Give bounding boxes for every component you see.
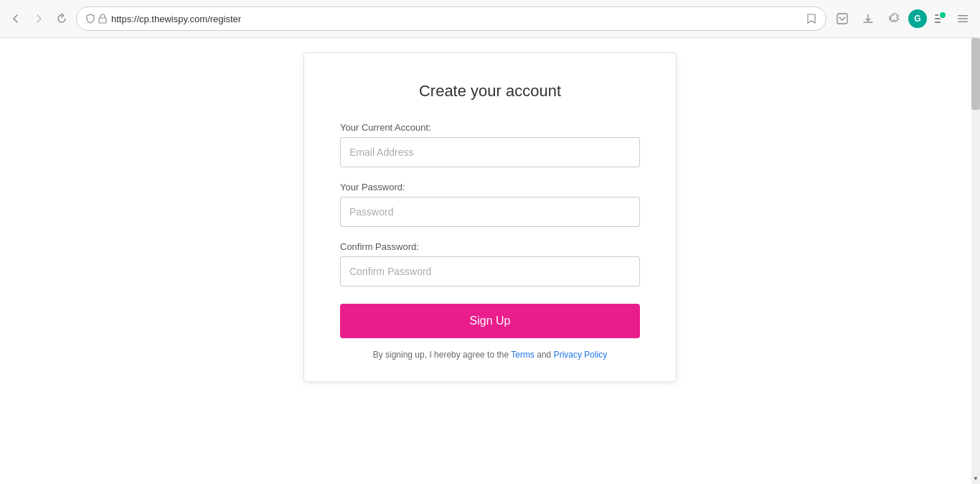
reload-button[interactable] [52, 9, 72, 29]
address-bar-actions [806, 13, 817, 24]
email-label: Your Current Account: [340, 122, 640, 133]
confirm-password-group: Confirm Password: [340, 241, 640, 287]
svg-rect-2 [935, 14, 943, 16]
email-group: Your Current Account: [340, 122, 640, 167]
terms-prefix: By signing up, I hereby agree to the [373, 350, 512, 360]
download-button[interactable] [857, 7, 880, 30]
more-menu-button[interactable] [951, 7, 974, 30]
pocket-button[interactable] [831, 7, 854, 30]
scrollbar-thumb[interactable] [971, 38, 980, 110]
page-content: Create your account Your Current Account… [0, 38, 980, 484]
svg-rect-7 [958, 22, 968, 23]
toolbar-right: G [831, 7, 974, 30]
svg-rect-1 [837, 14, 847, 24]
terms-link[interactable]: Terms [511, 350, 534, 360]
scrollbar[interactable]: ▲ ▼ [971, 38, 980, 484]
svg-rect-3 [935, 18, 943, 19]
svg-rect-0 [99, 18, 106, 23]
password-input[interactable] [340, 197, 640, 227]
page-title: Create your account [340, 82, 640, 101]
back-button[interactable] [6, 9, 26, 29]
register-card: Create your account Your Current Account… [303, 52, 677, 382]
terms-text: By signing up, I hereby agree to the Ter… [340, 350, 640, 360]
svg-rect-4 [935, 22, 941, 23]
scrollbar-down-arrow[interactable]: ▼ [971, 473, 980, 484]
terms-and: and [534, 350, 554, 360]
register-form: Your Current Account: Your Password: Con… [340, 122, 640, 360]
address-bar[interactable] [76, 6, 826, 31]
svg-rect-6 [958, 18, 968, 19]
nav-buttons [6, 9, 72, 29]
profile-avatar[interactable]: G [908, 9, 927, 28]
privacy-link[interactable]: Privacy Policy [554, 350, 608, 360]
confirm-password-input[interactable] [340, 256, 640, 287]
notification-button[interactable] [930, 9, 948, 28]
password-label: Your Password: [340, 182, 640, 192]
password-group: Your Password: [340, 182, 640, 227]
signup-button[interactable]: Sign Up [340, 304, 640, 338]
browser-chrome: G [0, 0, 980, 38]
svg-rect-5 [958, 15, 968, 17]
url-input[interactable] [111, 14, 801, 24]
confirm-password-label: Confirm Password: [340, 241, 640, 252]
forward-button[interactable] [29, 9, 49, 29]
address-bar-icons [85, 14, 107, 24]
extension-button[interactable] [882, 7, 905, 30]
email-input[interactable] [340, 137, 640, 167]
browser-toolbar: G [0, 0, 980, 37]
